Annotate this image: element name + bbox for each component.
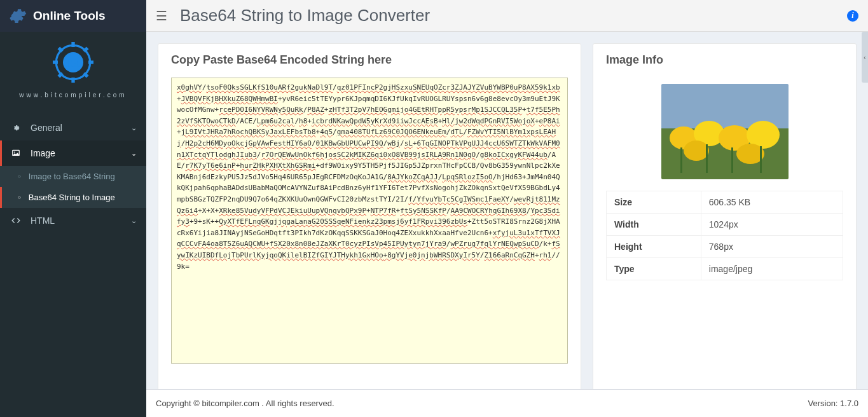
svg-rect-23: [731, 147, 733, 173]
sidebar-item-label: Image: [31, 148, 55, 158]
version-text: Version: 1.7.0: [808, 399, 859, 408]
code-icon: [11, 216, 24, 225]
submenu-image: Image to Base64 String Base64 String to …: [0, 166, 146, 208]
main-content: Copy Paste Base64 Encoded String here x0…: [146, 32, 868, 417]
info-card-title: Image Info: [593, 44, 856, 70]
right-drawer-handle[interactable]: ‹: [862, 32, 868, 83]
svg-rect-21: [680, 147, 682, 173]
topbar: ☰ Base64 String to Image Converter i: [146, 0, 868, 32]
image-preview: [661, 84, 789, 179]
chevron-down-icon: ⌄: [131, 124, 137, 132]
svg-point-12: [14, 151, 15, 153]
sidebar-item-label: HTML: [31, 215, 55, 226]
brand-logo[interactable]: Online Tools: [0, 0, 146, 32]
sidebar-item-image[interactable]: Image ⌄: [0, 140, 146, 166]
input-card-title: Copy Paste Base64 Encoded String here: [158, 44, 581, 70]
chevron-down-icon: ⌄: [131, 217, 137, 225]
brand-domain[interactable]: www.bitcompiler.com: [0, 92, 146, 99]
menu-toggle-icon[interactable]: ☰: [156, 8, 167, 24]
image-icon: [11, 149, 24, 158]
svg-rect-24: [760, 146, 762, 173]
brand-gear-icon: 01010: [53, 42, 93, 85]
svg-point-19: [684, 140, 709, 161]
sidebar: 01010 www.bitcompiler.com General ⌄ Imag…: [0, 32, 146, 417]
input-card: Copy Paste Base64 Encoded String here x0…: [158, 43, 581, 406]
brand-name: Online Tools: [33, 9, 106, 23]
sidebar-item-label: General: [31, 123, 62, 133]
gear-icon: [8, 6, 27, 25]
sidebar-menu: General ⌄ Image ⌄ Image to Base64 String…: [0, 115, 146, 233]
table-row: Width1024px: [607, 214, 843, 236]
table-row: Typeimage/jpeg: [607, 258, 843, 280]
svg-rect-13: [661, 84, 789, 128]
base64-input[interactable]: x0ghVY/tsoF0QksSGLKfS10uARf2gukNaDl9T/qz…: [171, 78, 568, 364]
svg-text:01010: 01010: [65, 61, 81, 67]
brand-section: 01010 www.bitcompiler.com: [0, 32, 146, 107]
chevron-down-icon: ⌄: [131, 149, 137, 158]
sidebar-item-html[interactable]: HTML ⌄: [0, 208, 146, 233]
page-title: Base64 String to Image Converter: [180, 6, 430, 25]
table-row: Size606.35 KB: [607, 191, 843, 214]
svg-rect-22: [706, 144, 708, 173]
image-info-table: Size606.35 KB Width1024px Height768px Ty…: [606, 191, 843, 280]
info-icon[interactable]: i: [847, 10, 858, 22]
sidebar-subitem-b64-to-img[interactable]: Base64 String to Image: [0, 187, 146, 208]
gear-icon: [11, 123, 24, 132]
footer: Copyright © bitcompiler.com . All rights…: [146, 389, 868, 417]
sidebar-item-general[interactable]: General ⌄: [0, 115, 146, 140]
info-card: Image Info Size606.35 KB Width1024px: [593, 43, 857, 406]
sidebar-subitem-img-to-b64[interactable]: Image to Base64 String: [0, 166, 146, 187]
copyright-text: Copyright © bitcompiler.com . All rights…: [156, 399, 334, 408]
table-row: Height768px: [607, 236, 843, 258]
